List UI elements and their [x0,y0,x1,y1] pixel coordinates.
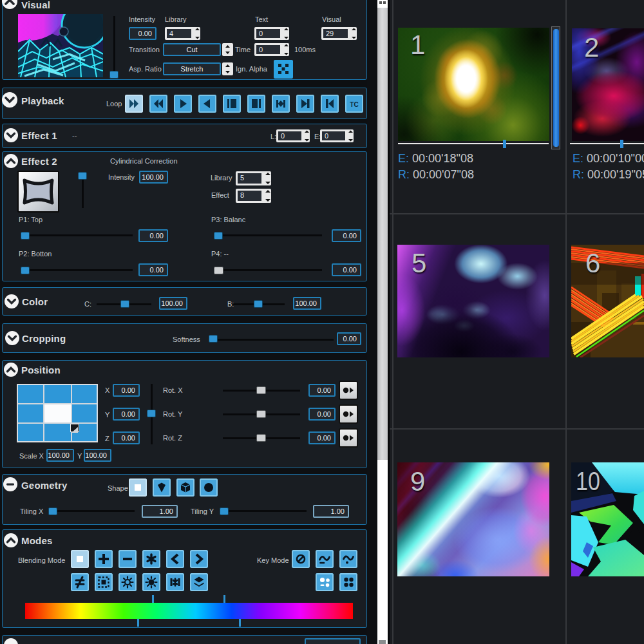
svg-text:TC: TC [350,101,358,108]
